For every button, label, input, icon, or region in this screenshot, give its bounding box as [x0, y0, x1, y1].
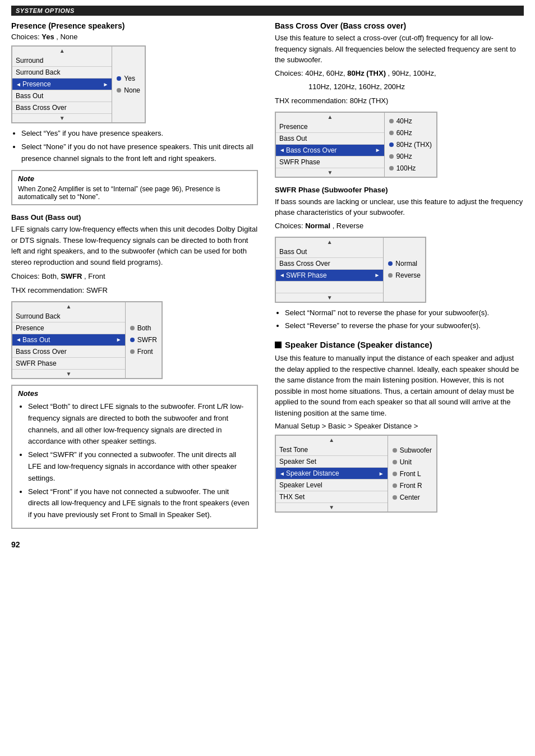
bass-note-2: Select “SWFR” if you connected a subwoof… [28, 449, 251, 484]
swfr-options-panel: Normal Reverse [383, 238, 425, 302]
menu-row-bass-out-3[interactable]: Bass Out [276, 133, 384, 145]
bass-crossover-choices: Choices: 40Hz, 60Hz, 80Hz (THX) , 90Hz, … [275, 68, 524, 80]
presence-options-panel: Yes None [112, 47, 145, 122]
menu-row-presence-2[interactable]: Presence [12, 322, 125, 334]
dot-yes [117, 76, 121, 81]
menu-row-test-tone[interactable]: Test Tone [276, 444, 388, 456]
note-text: When Zone2 Amplifier is set to “Internal… [18, 185, 251, 201]
bass-out-section: Bass Out (Bass out) LFE signals carry lo… [11, 213, 258, 529]
menu-row-thx-set[interactable]: THX Set [276, 491, 388, 503]
bass-scroll-down[interactable]: ▼ [12, 370, 125, 378]
dot-front-l [393, 472, 397, 476]
swfr-menu: ▲ Bass Out Bass Cross Over ◄ SWFR Phase … [275, 237, 426, 303]
option-90hz: 90Hz [389, 152, 432, 161]
sd-scroll-up[interactable]: ▲ [276, 436, 388, 444]
arrow-left-icon-2: ◄ [16, 336, 21, 343]
menu-row-bass-out[interactable]: Bass Out [12, 90, 112, 102]
dot-unit [393, 460, 397, 464]
menu-row-surround[interactable]: Surround [12, 55, 112, 67]
system-options-bar: SYSTEM OPTIONS [11, 6, 524, 16]
option-unit: Unit [393, 458, 432, 467]
bco-scroll-up[interactable]: ▲ [276, 113, 384, 121]
option-normal: Normal [388, 259, 421, 268]
notes-box: Notes Select “Both” to direct LFE signal… [11, 385, 258, 529]
menu-row-swfr-phase[interactable]: SWFR Phase [12, 358, 125, 370]
menu-row-surround-back[interactable]: Surround Back [12, 67, 112, 79]
menu-row-surround-back-2[interactable]: Surround Back [12, 311, 125, 322]
menu-row-bass-crossover[interactable]: ◄ Bass Cross Over ► [276, 145, 384, 156]
option-reverse: Reverse [388, 271, 421, 280]
menu-row-bass-cross-2[interactable]: Bass Cross Over [12, 346, 125, 358]
dot-90hz [389, 154, 394, 159]
option-100hz: 100Hz [389, 164, 432, 173]
swfr-bullet-1: Select “Normal” not to reverse the phase… [285, 307, 524, 319]
main-content: Presence (Presence speakers) Choices: Ye… [11, 21, 524, 549]
dot-center [393, 495, 397, 500]
note-box: Note When Zone2 Amplifier is set to “Int… [11, 170, 258, 205]
dot-80hz [389, 142, 394, 147]
bass-scroll-up[interactable]: ▲ [12, 302, 125, 311]
menu-row-swfr-phase-3[interactable]: ◄ SWFR Phase ► [276, 270, 383, 282]
arrow-left-icon: ◄ [16, 81, 21, 87]
scroll-down-arrow[interactable]: ▼ [12, 114, 112, 122]
menu-row-bass-cross-3[interactable]: Bass Cross Over [276, 258, 383, 270]
option-center: Center [393, 493, 432, 502]
menu-row-empty [276, 282, 383, 293]
bass-out-body: LFE signals carry low-frequency effects … [11, 224, 258, 268]
page-number: 92 [11, 540, 258, 549]
bass-crossover-body: Use this feature to select a cross-over … [275, 33, 524, 66]
speaker-distance-options-panel: Subwoofer Unit Front L Front R [388, 436, 436, 511]
option-front: Front [130, 347, 157, 356]
menu-row-speaker-distance[interactable]: ◄ Speaker Distance ► [276, 468, 388, 480]
option-both: Both [130, 324, 157, 333]
bass-note-3: Select “Front” if you have not connected… [28, 486, 251, 521]
bass-note-1: Select “Both” to direct LFE signals to t… [28, 401, 251, 448]
arrow-right-icon-4: ► [374, 272, 380, 278]
scroll-up-arrow[interactable]: ▲ [12, 47, 112, 55]
note-title: Note [18, 174, 251, 183]
menu-row-speaker-set[interactable]: Speaker Set [276, 456, 388, 468]
dot-front [130, 349, 135, 354]
menu-row-speaker-level[interactable]: Speaker Level [276, 480, 388, 491]
page: SYSTEM OPTIONS Presence (Presence speake… [0, 0, 535, 560]
dot-reverse [388, 273, 393, 278]
menu-row-bass-cross-over[interactable]: Bass Cross Over [12, 102, 112, 114]
notes-title: Notes [18, 389, 251, 398]
presence-section: Presence (Presence speakers) Choices: Ye… [11, 21, 258, 164]
menu-row-bass-out-2[interactable]: ◄ Bass Out ► [12, 334, 125, 346]
bass-crossover-menu-items: ▲ Presence Bass Out ◄ Bass Cross Over ► [276, 113, 384, 177]
bass-out-menu: ▲ Surround Back Presence ◄ Bass Out ► [11, 301, 163, 379]
option-front-l: Front L [393, 469, 432, 478]
option-40hz: 40Hz [389, 117, 432, 126]
swfr-section: SWFR Phase (Subwoofer Phase) If bass sou… [275, 186, 524, 332]
arrow-right-icon: ► [103, 81, 108, 87]
dot-60hz [389, 131, 394, 135]
arrow-left-icon-4: ◄ [279, 272, 285, 278]
swfr-bullet-2: Select “Reverse” to reverse the phase fo… [285, 320, 524, 332]
speaker-distance-breadcrumb: Manual Setup > Basic > Speaker Distance … [275, 422, 524, 430]
bass-out-notes-bullets: Select “Both” to direct LFE signals to t… [18, 401, 251, 521]
dot-40hz [389, 119, 394, 123]
dot-100hz [389, 166, 394, 170]
swfr-bullets: Select “Normal” not to reverse the phase… [275, 307, 524, 333]
swfr-scroll-up[interactable]: ▲ [276, 238, 383, 246]
sd-scroll-down[interactable]: ▼ [276, 503, 388, 511]
black-square-icon [275, 342, 282, 348]
option-yes: Yes [117, 74, 140, 83]
menu-row-swfr-phase-2[interactable]: SWFR Phase [276, 156, 384, 168]
option-front-r: Front R [393, 481, 432, 490]
bass-out-title: Bass Out (Bass out) [11, 213, 258, 222]
swfr-scroll-down[interactable]: ▼ [276, 293, 383, 302]
speaker-distance-section: Speaker Distance (Speaker distance) Use … [275, 340, 524, 513]
presence-bullets: Select “Yes” if you have presence speake… [11, 128, 258, 164]
menu-row-presence-3[interactable]: Presence [276, 121, 384, 133]
menu-row-presence[interactable]: ◄ Presence ► [12, 79, 112, 90]
bco-scroll-down[interactable]: ▼ [276, 168, 384, 177]
dot-subwoofer [393, 448, 397, 453]
header-label: SYSTEM OPTIONS [16, 7, 75, 14]
dot-swfr [130, 338, 135, 342]
dot-both [130, 326, 135, 330]
bass-crossover-thx: THX recommendation: 80Hz (THX) [275, 95, 524, 107]
swfr-menu-items: ▲ Bass Out Bass Cross Over ◄ SWFR Phase … [276, 238, 383, 302]
menu-row-bass-out-4[interactable]: Bass Out [276, 246, 383, 258]
